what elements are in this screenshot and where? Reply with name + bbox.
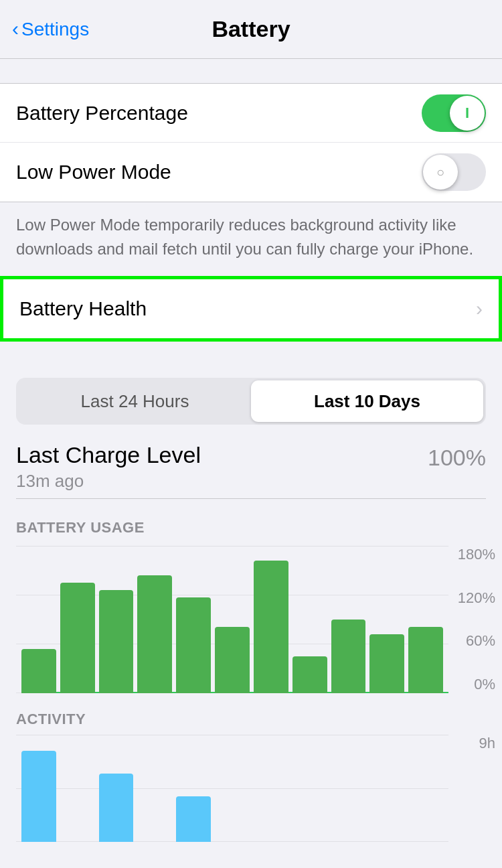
- charge-subtitle: 13m ago: [16, 471, 201, 492]
- battery-bar-col: [176, 546, 211, 693]
- activity-bars-container: [16, 735, 448, 842]
- battery-bar-col: [99, 546, 134, 693]
- navigation-bar: ‹ Settings Battery: [0, 0, 502, 59]
- charge-percentage: 100%: [428, 445, 486, 471]
- back-label: Settings: [21, 19, 89, 40]
- y-label-180: 180%: [458, 546, 495, 563]
- activity-bar-col: [176, 735, 211, 842]
- y-label-60: 60%: [466, 632, 495, 650]
- toggle-knob-off: ○: [423, 155, 458, 190]
- battery-settings-group: Battery Percentage I Low Power Mode ○: [0, 83, 502, 202]
- activity-bar-col: [137, 735, 172, 842]
- activity-bar: [21, 751, 56, 842]
- charge-row: Last Charge Level 13m ago 100%: [16, 442, 486, 492]
- segment-last-10-days[interactable]: Last 10 Days: [251, 380, 483, 422]
- low-power-description: Low Power Mode temporarily reduces backg…: [0, 202, 502, 276]
- charge-divider: [16, 498, 486, 499]
- battery-usage-title: BATTERY USAGE: [0, 519, 502, 536]
- y-axis-labels: 180% 120% 60% 0%: [448, 546, 502, 693]
- battery-health-row[interactable]: Battery Health ›: [3, 279, 499, 338]
- battery-bar-col: [254, 546, 288, 693]
- y-label-120: 120%: [458, 589, 495, 607]
- activity-chart-inner: [16, 735, 448, 842]
- charge-info: Last Charge Level 13m ago: [16, 442, 201, 492]
- battery-bar-col: [215, 546, 250, 693]
- battery-bar: [21, 649, 56, 693]
- battery-bar-col: [408, 546, 443, 693]
- low-power-mode-label: Low Power Mode: [16, 161, 171, 184]
- activity-title: ACTIVITY: [0, 711, 502, 728]
- battery-bar: [137, 575, 172, 693]
- battery-bar: [60, 583, 95, 693]
- y-label-0: 0%: [474, 676, 495, 693]
- battery-bar: [331, 620, 366, 693]
- battery-bar: [215, 627, 250, 693]
- battery-bar-col: [292, 546, 327, 693]
- activity-chart-container: 9h: [0, 735, 502, 842]
- segment-last-24-hours[interactable]: Last 24 Hours: [19, 380, 251, 422]
- top-spacer: [0, 59, 502, 83]
- battery-bar-col: [137, 546, 172, 693]
- battery-usage-section: BATTERY USAGE 180% 120% 60% 0%: [0, 506, 502, 700]
- battery-bar: [408, 627, 443, 693]
- back-button[interactable]: ‹ Settings: [12, 19, 89, 40]
- activity-bar-col: [254, 735, 288, 842]
- activity-bar-col: [331, 735, 366, 842]
- time-segment-control: Last 24 Hours Last 10 Days: [16, 378, 486, 425]
- battery-bar: [176, 597, 211, 693]
- low-power-mode-row: Low Power Mode ○: [0, 143, 502, 202]
- time-segment-wrapper: Last 24 Hours Last 10 Days: [0, 366, 502, 431]
- battery-bar: [254, 561, 288, 693]
- battery-bar: [292, 656, 327, 693]
- activity-bar-col: [99, 735, 134, 842]
- activity-bar-col: [215, 735, 250, 842]
- battery-bar-col: [331, 546, 366, 693]
- segment-24h-label: Last 24 Hours: [81, 391, 189, 412]
- mid-spacer: [0, 342, 502, 366]
- activity-bar: [99, 774, 134, 842]
- activity-bar-col: [292, 735, 327, 842]
- back-chevron-icon: ‹: [12, 19, 19, 39]
- page-title: Battery: [212, 16, 290, 42]
- charge-title: Last Charge Level: [16, 442, 201, 468]
- segment-10d-label: Last 10 Days: [314, 391, 420, 412]
- activity-bar-col: [60, 735, 95, 842]
- activity-y-labels: 9h: [448, 735, 502, 842]
- toggle-knob: I: [450, 96, 485, 131]
- activity-y-label-9h: 9h: [479, 735, 495, 752]
- activity-bar-col: [408, 735, 443, 842]
- toggle-icon-off: ○: [436, 165, 444, 180]
- battery-usage-chart-inner: [16, 546, 448, 693]
- battery-bar-col: [21, 546, 56, 693]
- battery-bar-col: [60, 546, 95, 693]
- toggle-icon: I: [465, 104, 469, 122]
- battery-health-label: Battery Health: [19, 297, 147, 320]
- chevron-right-icon: ›: [476, 297, 483, 320]
- activity-bar-col: [21, 735, 56, 842]
- battery-usage-chart-container: 180% 120% 60% 0%: [0, 546, 502, 693]
- low-power-mode-toggle[interactable]: ○: [422, 153, 486, 191]
- battery-percentage-label: Battery Percentage: [16, 102, 188, 125]
- battery-bar-col: [369, 546, 404, 693]
- battery-percentage-row: Battery Percentage I: [0, 84, 502, 143]
- battery-bar: [99, 590, 134, 693]
- battery-bar: [369, 634, 404, 693]
- battery-percentage-toggle[interactable]: I: [422, 94, 486, 132]
- activity-bar-col: [369, 735, 404, 842]
- activity-section: ACTIVITY 9h: [0, 700, 502, 842]
- battery-health-highlight: Battery Health ›: [0, 276, 502, 342]
- battery-usage-bars: [16, 546, 448, 693]
- activity-bar: [176, 796, 211, 842]
- last-charge-section: Last Charge Level 13m ago 100%: [0, 431, 502, 506]
